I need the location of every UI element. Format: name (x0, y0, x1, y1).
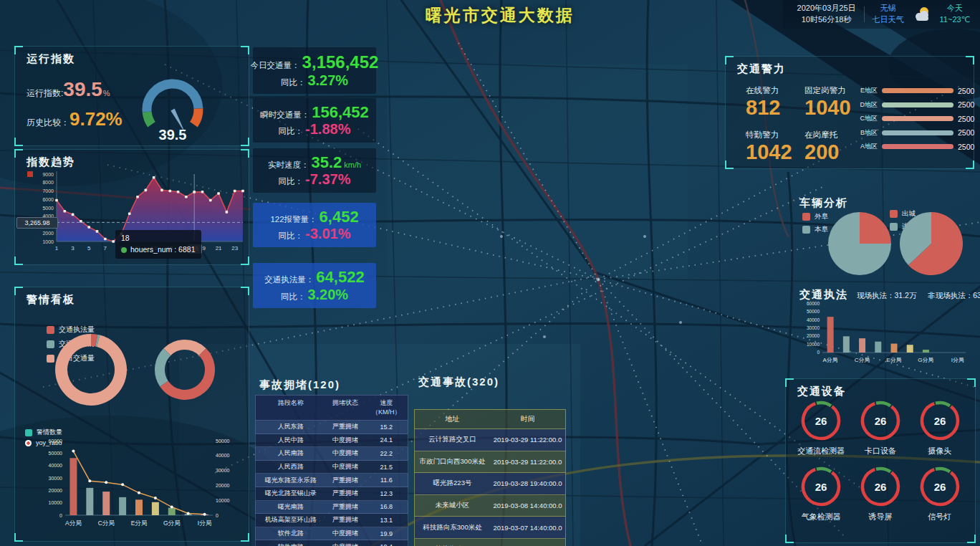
device-label: 摄像头 (928, 446, 951, 456)
kpi-card-3: 122报警量：6,452同比：-3.01% (253, 203, 376, 247)
panel-title-police-force: 交通警力 (737, 62, 786, 76)
region-value: 2500 (958, 87, 974, 95)
table-row[interactable]: 软件北路中度拥堵19.9 (255, 527, 408, 541)
svg-text:20000: 20000 (216, 483, 230, 488)
svg-text:E分局: E分局 (131, 519, 148, 527)
vehicle-legend-item[interactable]: 外阜 (802, 212, 828, 221)
table-cell: 中度拥堵 (326, 436, 365, 445)
svg-text:20000: 20000 (807, 333, 820, 338)
table-row[interactable]: 人民中路中度拥堵24.1 (255, 434, 408, 448)
force-stat-label: 在线警力 (746, 85, 804, 96)
kpi-card-2: 实时速度：35.2km/h同比：-7.37% (253, 148, 376, 193)
region-bar (882, 102, 953, 107)
panel-congestion: 事故拥堵(120) 路段名称拥堵状态速度（KM/H）人民东路严重拥堵15.2人民… (255, 378, 408, 546)
date-text: 2020年03月25日 (797, 3, 856, 14)
legend-label: yoy_ratio (36, 439, 62, 446)
alarm-legend-item[interactable]: yoy_ratio (25, 439, 62, 446)
table-cell: 软件北路 (256, 529, 326, 538)
table-row[interactable]: 软件街路口2019-03-29 13:12:00.0 (414, 539, 566, 546)
table-row[interactable]: 软件南路中度拥堵19.4 (255, 540, 408, 546)
table-row[interactable]: 科技路向东300米处2019-03-07 14:40:00.0 (414, 517, 566, 539)
region-bar-row[interactable]: A地区2500 (852, 140, 972, 154)
vehicle-pie-left-legend: 外阜本阜 (802, 212, 828, 238)
device-label: 气象检测器 (802, 512, 841, 522)
temp-range: 11~23℃ (940, 14, 970, 26)
alarm-bar-line-chart[interactable]: 0100002000030000400005000060000010000200… (32, 431, 241, 538)
kpi-unit: km/h (344, 161, 361, 170)
run-index-value: 39.5 (63, 78, 102, 101)
svg-text:7000: 7000 (42, 188, 54, 193)
vehicle-pie-left[interactable] (827, 211, 893, 277)
table-row[interactable]: 人民东路严重拥堵15.2 (255, 421, 408, 434)
region-bar-row[interactable]: E地区2500 (852, 84, 972, 98)
onsite-value: 31.2万 (895, 291, 917, 300)
offsite-label: 非现场执法： (928, 291, 973, 300)
police-board-donut-left[interactable] (52, 330, 130, 409)
table-row[interactable]: 云计算路交叉口2019-03-29 11:22:00.0 (414, 429, 566, 451)
run-index-unit: % (103, 89, 110, 97)
device-cell[interactable]: 26诱导屏 (851, 465, 911, 522)
enforcement-bar-chart[interactable]: 0100002000030000400005000060000A分局C分局E分局… (797, 301, 971, 368)
alarm-legend-item[interactable]: 警情数量 (25, 428, 62, 437)
device-cell[interactable]: 26信号灯 (910, 465, 969, 522)
svg-text:26: 26 (933, 415, 946, 427)
kpi-value: 6,452 (320, 208, 359, 226)
panel-run-index: 运行指数 运行指数: 39.5 % 历史比较： 9.72% 39.5 (14, 46, 249, 146)
table-cell: 软件南路 (256, 542, 326, 546)
svg-text:I分局: I分局 (951, 357, 964, 363)
table-cell: 15.2 (365, 423, 408, 431)
table-row[interactable]: 人民南路中度拥堵22.2 (255, 447, 408, 461)
table-row[interactable]: 机场高架至环山路严重拥堵13.1 (255, 514, 408, 527)
svg-text:7: 7 (104, 245, 107, 252)
page-title: 曙光市交通大数据 (426, 4, 575, 27)
force-stat-label: 特勤警力 (746, 130, 804, 140)
svg-text:26: 26 (815, 481, 827, 493)
table-cell: 严重拥堵 (326, 476, 365, 485)
table-row[interactable]: 曙光南路严重拥堵16.8 (255, 501, 408, 514)
table-cell: 21.5 (365, 464, 408, 471)
onsite-label: 现场执法： (857, 291, 895, 300)
table-cell: 22.2 (365, 450, 408, 457)
vehicle-pie-right[interactable] (898, 211, 964, 277)
table-cell: 2019-03-07 14:40:00.0 (490, 524, 565, 532)
table-cell: 严重拥堵 (326, 422, 365, 431)
enforcement-stats: 现场执法：31.2万 非现场执法：63.5万 (857, 291, 980, 301)
vehicle-legend-item[interactable]: 本阜 (802, 225, 828, 234)
table-row[interactable]: 曙光路223号2019-03-28 19:40:00.0 (414, 473, 566, 495)
region-label: D地区 (852, 100, 878, 110)
table-cell: 人民东路 (256, 422, 326, 431)
table-cell: 曙光南路 (256, 502, 326, 512)
region-bar (882, 116, 953, 121)
device-ring-chart: 26 (918, 465, 961, 508)
region-label: C地区 (852, 114, 878, 123)
device-cell[interactable]: 26摄像头 (910, 399, 969, 456)
today-label: 今天 (940, 3, 970, 14)
force-stat: 在线警力812 (746, 85, 804, 118)
tooltip-series-value: houers_num : 6881 (130, 244, 195, 256)
table-row[interactable]: 曙光东路至永乐路严重拥堵11.6 (255, 474, 408, 487)
device-cell[interactable]: 26交通流检测器 (792, 399, 851, 456)
region-bar-row[interactable]: B地区2500 (852, 126, 972, 140)
forecast-link[interactable]: 七日天气 (873, 14, 904, 26)
device-cell[interactable]: 26卡口设备 (851, 399, 911, 456)
region-bar (882, 144, 953, 149)
device-label: 诱导屏 (868, 512, 892, 522)
table-row[interactable]: 曙光北路至锡山录严重拥堵12.3 (255, 487, 408, 501)
force-stat-value: 1042 (746, 142, 804, 163)
table-header-row: 路段名称拥堵状态速度（KM/H） (255, 395, 408, 421)
region-bar-row[interactable]: D地区2500 (852, 98, 972, 112)
weather-icon (912, 6, 932, 23)
svg-text:50000: 50000 (807, 309, 820, 314)
accidents-title: 交通事故(320) (418, 375, 566, 389)
run-index-gauge-chart[interactable]: 39.5 (123, 68, 223, 143)
table-cell: 机场高架至环山路 (256, 515, 326, 525)
region-bar-row[interactable]: C地区2500 (852, 112, 972, 126)
device-cell[interactable]: 26气象检测器 (792, 465, 851, 522)
run-index-label: 运行指数: (27, 87, 63, 100)
kpi-value: 35.2 (311, 153, 342, 171)
police-board-donut-right[interactable] (152, 337, 218, 403)
table-row[interactable]: 人民西路中度拥堵21.5 (255, 461, 408, 474)
table-row[interactable]: 市政门口向西300米处2019-03-29 11:22:00.0 (414, 451, 566, 474)
table-row[interactable]: 未来城小区2019-03-08 14:40:00.0 (414, 495, 566, 517)
kpi-yoy-label: 同比： (279, 127, 304, 136)
